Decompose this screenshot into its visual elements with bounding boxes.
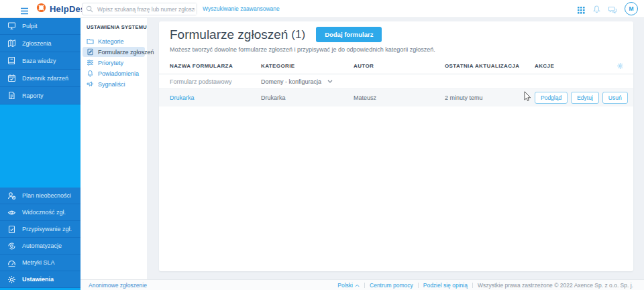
notifications-bell-icon[interactable] [592, 4, 601, 16]
advanced-search-link[interactable]: Wyszukiwanie zaawansowane [203, 5, 280, 12]
whistleblower-megaphone-icon [87, 80, 94, 88]
page-title-count: (1) [291, 28, 305, 42]
settings-nav-label: Kategorie [98, 38, 124, 45]
chat-messages-icon[interactable] [608, 5, 617, 17]
assignment-icon [7, 225, 16, 234]
footer-divider [472, 283, 473, 288]
chevron-down-icon [327, 80, 333, 83]
column-header[interactable]: OSTATNIA AKTUALIZACJA [445, 63, 535, 69]
user-avatar[interactable]: M [625, 2, 638, 15]
automation-icon [7, 242, 16, 250]
column-header[interactable]: AUTOR [354, 63, 445, 69]
sidebar-item-label: Dziennik zdarzeń [22, 75, 68, 82]
sidebar-item-widocznosc-zgl[interactable]: Widoczność zgł. [0, 204, 80, 221]
copyright-text: Wszystkie prawa zastrzeżone © 2022 Axenc… [478, 282, 633, 289]
sidebar-item-baza-wiedzy[interactable]: Baza wiedzy [0, 52, 80, 70]
bell-icon [87, 70, 94, 77]
global-search [82, 3, 197, 15]
sidebar-item-label: Pulpit [22, 23, 38, 29]
column-header[interactable]: KATEGORIE [261, 63, 354, 69]
form-template-select[interactable]: Formularz podstawowy [170, 78, 261, 85]
form-author-cell: Mateusz [354, 94, 445, 101]
sidebar-item-automatyzacje[interactable]: Automatyzacje [0, 238, 80, 255]
settings-nav-formularze-zgloszen[interactable]: Formularze zgłoszeń [83, 47, 145, 57]
form-name-link[interactable]: Drukarka [170, 94, 261, 101]
sidebar-item-label: Raporty [22, 92, 44, 99]
settings-gear-icon [7, 275, 16, 284]
anonymous-ticket-link[interactable]: Anonimowe zgłoszenie [89, 282, 147, 289]
dashboard-icon [7, 21, 16, 30]
language-selector[interactable]: Polski [337, 282, 360, 289]
sidebar-item-metryki-sla[interactable]: Metryki SLA [0, 255, 80, 271]
sidebar-item-label: Ustawienia [22, 276, 54, 283]
hamburger-menu-icon[interactable] [20, 5, 29, 17]
footer-divider [418, 283, 419, 288]
folder-icon [87, 38, 94, 45]
language-label: Polski [337, 282, 353, 289]
visibility-eye-icon [7, 208, 16, 217]
column-settings-gear-icon[interactable] [616, 62, 624, 70]
main-sidebar: Pulpit Zgłoszenia Baza wiedzy Dziennik z… [0, 17, 80, 290]
sla-metrics-icon [7, 259, 16, 267]
edit-button[interactable]: Edytuj [571, 92, 599, 104]
sidebar-item-label: Widoczność zgł. [22, 209, 66, 216]
apps-grid-icon[interactable] [578, 5, 585, 17]
column-header: AKCJE [535, 63, 554, 69]
sidebar-item-label: Zgłoszenia [22, 40, 52, 47]
table-header-row: NAZWA FORMULARZA KATEGORIE AUTOR OSTATNI… [159, 58, 633, 74]
search-icon [86, 5, 93, 13]
report-file-icon [7, 91, 16, 100]
settings-submenu-title: USTAWIENIA SYSTEMU [80, 17, 147, 30]
form-category-cell: Drukarka [261, 94, 354, 101]
settings-nav-label: Powiadomienia [98, 70, 139, 77]
event-log-icon [7, 74, 16, 82]
footer-bar: Anonimowe zgłoszenie Polski Centrum pomo… [80, 279, 644, 290]
delete-button[interactable]: Usuń [602, 92, 628, 104]
sidebar-item-przypisywanie-zgl[interactable]: Przypisywanie zgł. [0, 221, 80, 238]
chevron-up-icon [355, 284, 360, 287]
add-form-button[interactable]: Dodaj formularz [316, 27, 382, 42]
column-header[interactable]: NAZWA FORMULARZA [170, 63, 261, 69]
settings-nav-priorytety[interactable]: Priorytety [83, 58, 145, 68]
sidebar-item-pulpit[interactable]: Pulpit [0, 17, 80, 35]
sidebar-item-plan-nieobecnosci[interactable]: Plan nieobecności [0, 188, 80, 204]
table-filter-row: Formularz podstawowy Domeny - konfigurac… [159, 74, 633, 89]
top-bar: HelpDesk Wyszukiwanie zaawansowane M [0, 0, 644, 18]
category-select-value: Domeny - konfiguracja [261, 78, 321, 85]
settings-nav-label: Priorytety [98, 60, 123, 66]
page-subtitle: Możesz tworzyć dowolne formularze zgłosz… [170, 46, 623, 53]
settings-nav-sygnalisci[interactable]: Sygnaliści [83, 79, 145, 89]
sidebar-item-label: Automatyzacje [22, 242, 62, 249]
form-updated-cell: 2 minuty temu [445, 94, 535, 101]
sidebar-item-label: Plan nieobecności [22, 192, 71, 199]
forms-card: Formularze zgłoszeń (1) Dodaj formularz … [159, 21, 633, 271]
sidebar-item-zgloszenia[interactable]: Zgłoszenia [0, 35, 80, 52]
settings-nav-label: Sygnaliści [98, 81, 125, 88]
settings-nav-kategorie[interactable]: Kategorie [83, 36, 145, 46]
settings-nav-powiadomienia[interactable]: Powiadomienia [83, 68, 145, 78]
priorities-sliders-icon [87, 59, 94, 66]
preview-button[interactable]: Podgląd [535, 92, 568, 104]
sidebar-item-dziennik-zdarzen[interactable]: Dziennik zdarzeń [0, 70, 80, 87]
help-center-link[interactable]: Centrum pomocy [370, 282, 413, 289]
page-title: Formularze zgłoszeń [170, 27, 288, 42]
sidebar-item-label: Przypisywanie zgł. [22, 226, 72, 232]
helpdesk-logo-icon [36, 3, 46, 15]
settings-nav-label: Formularze zgłoszeń [98, 49, 154, 56]
sidebar-item-ustawienia[interactable]: Ustawienia [0, 271, 80, 288]
settings-submenu: USTAWIENIA SYSTEMU Kategorie Formularze … [80, 17, 147, 279]
sidebar-item-label: Metryki SLA [22, 259, 55, 266]
knowledge-book-icon [7, 56, 16, 65]
absence-plan-icon [7, 192, 16, 200]
category-select[interactable]: Domeny - konfiguracja [261, 78, 354, 85]
footer-divider [364, 283, 365, 288]
sidebar-spacer [0, 104, 80, 188]
table-row[interactable]: Drukarka Drukarka Mateusz 2 minuty temu … [159, 89, 633, 106]
search-input[interactable] [96, 3, 197, 15]
sidebar-item-label: Baza wiedzy [22, 58, 56, 64]
feedback-link[interactable]: Podziel się opinią [423, 282, 468, 289]
sidebar-item-raporty[interactable]: Raporty [0, 87, 80, 104]
form-file-icon [87, 48, 94, 56]
tickets-icon [7, 39, 16, 48]
